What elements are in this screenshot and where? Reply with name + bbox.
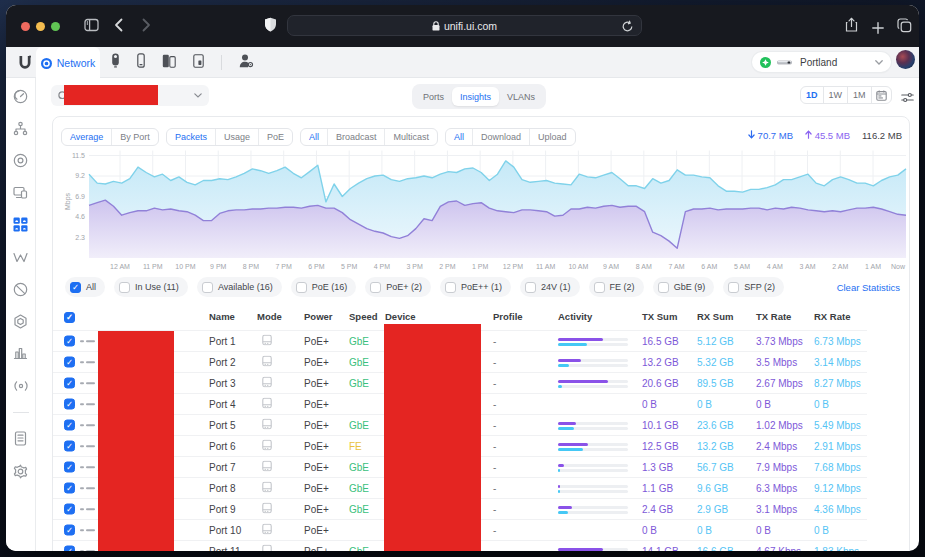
port-filter-available-16-[interactable]: Available (16) <box>197 277 282 297</box>
checkbox[interactable] <box>525 282 536 293</box>
tab-ports[interactable]: Ports <box>415 87 452 106</box>
column-header-tx-rate[interactable]: TX Rate <box>756 311 791 322</box>
port-profile: - <box>493 420 496 431</box>
ubiquiti-logo[interactable] <box>14 52 36 73</box>
connect-app-icon[interactable] <box>193 54 204 72</box>
port-filter-poe-1-[interactable]: PoE++ (1) <box>440 277 511 297</box>
port-filter-gbe-9-[interactable]: GbE (9) <box>653 277 715 297</box>
rx-activity-track <box>558 385 628 388</box>
close-window-button[interactable] <box>21 22 30 31</box>
row-checkbox[interactable]: ✓ <box>64 441 75 452</box>
sidebar-item-system-log[interactable] <box>13 430 29 446</box>
checkbox[interactable] <box>296 282 307 293</box>
column-header-profile[interactable]: Profile <box>493 311 523 322</box>
column-header-speed[interactable]: Speed <box>349 311 378 322</box>
column-header-power[interactable]: Power <box>304 311 333 322</box>
range-1w[interactable]: 1W <box>824 87 848 103</box>
column-header-rx-sum[interactable]: RX Sum <box>697 311 733 322</box>
row-checkbox[interactable]: ✓ <box>64 420 75 431</box>
checkbox[interactable] <box>119 282 130 293</box>
column-header-name[interactable]: Name <box>209 311 235 322</box>
back-button[interactable] <box>114 18 123 36</box>
zoom-window-button[interactable] <box>51 22 60 31</box>
tab-insights[interactable]: Insights <box>452 87 499 106</box>
row-checkbox[interactable]: ✓ <box>64 483 75 494</box>
port-filter-fe-2-[interactable]: FE (2) <box>589 277 644 297</box>
sidebar-item-security[interactable] <box>13 281 29 297</box>
chip-label: SFP (2) <box>744 282 775 292</box>
checkbox[interactable] <box>658 282 669 293</box>
port-speed: GbE <box>349 357 369 368</box>
tab-vlans[interactable]: VLANs <box>499 87 543 106</box>
port-filter-all[interactable]: ✓All <box>65 277 105 297</box>
new-tab-icon[interactable] <box>872 20 884 38</box>
port-profile: - <box>493 378 496 389</box>
range-1m[interactable]: 1M <box>848 87 871 103</box>
privacy-shield-icon[interactable] <box>264 17 277 36</box>
site-selector[interactable]: Portland <box>752 52 891 72</box>
sidebar-item-settings[interactable] <box>13 463 29 479</box>
port-filter-poe-2-[interactable]: PoE+ (2) <box>365 277 431 297</box>
talk-app-icon[interactable] <box>137 53 145 72</box>
access-app-icon[interactable] <box>162 54 176 72</box>
row-checkbox[interactable]: ✓ <box>64 378 75 389</box>
row-checkbox[interactable]: ✓ <box>64 546 75 552</box>
row-checkbox[interactable]: ✓ <box>64 336 75 347</box>
port-name: Port 1 <box>209 336 236 347</box>
x-axis-label: 12 PM <box>496 263 530 270</box>
column-header-device[interactable]: Device <box>385 311 416 322</box>
port-filter-sfp-2-[interactable]: SFP (2) <box>723 277 784 297</box>
minimize-window-button[interactable] <box>36 22 45 31</box>
protect-app-icon[interactable] <box>111 53 120 72</box>
port-filter-poe-16-[interactable]: PoE (16) <box>291 277 357 297</box>
column-header-mode[interactable]: Mode <box>257 311 282 322</box>
x-axis-label: 5 AM <box>725 263 759 270</box>
checkbox[interactable] <box>594 282 605 293</box>
range-1d[interactable]: 1D <box>801 87 823 103</box>
sidebar-item-flows[interactable] <box>13 249 29 265</box>
sidebar-item-dashboard[interactable] <box>13 88 29 104</box>
checkbox[interactable] <box>728 282 739 293</box>
sidebar-item-clients[interactable] <box>13 184 29 200</box>
checkbox[interactable] <box>445 282 456 293</box>
share-icon[interactable] <box>845 17 858 37</box>
select-all-checkbox[interactable]: ✓ <box>64 312 75 323</box>
address-bar[interactable]: unifi.ui.com <box>287 15 642 36</box>
tx-sum: 16.5 GB <box>642 336 679 347</box>
display-options-icon[interactable] <box>901 89 914 107</box>
column-header-rx-rate[interactable]: RX Rate <box>814 311 850 322</box>
port-profile: - <box>493 336 496 347</box>
column-header-tx-sum[interactable]: TX Sum <box>642 311 677 322</box>
clear-statistics-link[interactable]: Clear Statistics <box>837 282 900 293</box>
tx-sum: 1.1 GB <box>642 483 673 494</box>
sidebar-toggle-icon[interactable] <box>84 18 99 36</box>
checkbox[interactable] <box>370 282 381 293</box>
sidebar-item-unifi-devices[interactable] <box>13 152 29 168</box>
sidebar-item-cybersecure[interactable] <box>13 313 29 329</box>
row-checkbox[interactable]: ✓ <box>64 462 75 473</box>
row-checkbox[interactable]: ✓ <box>64 357 75 368</box>
tab-overview-icon[interactable] <box>897 18 912 37</box>
tx-activity-track <box>558 485 628 488</box>
user-avatar[interactable] <box>896 50 915 69</box>
calendar-icon[interactable] <box>872 87 891 103</box>
rx-activity-bar <box>558 385 562 388</box>
port-filter-in-use-11-[interactable]: In Use (11) <box>114 277 188 297</box>
admins-icon[interactable] <box>239 54 254 72</box>
row-checkbox[interactable]: ✓ <box>64 399 75 410</box>
rx-activity-track <box>558 490 628 493</box>
tx-sum: 0 B <box>642 399 657 410</box>
row-checkbox[interactable]: ✓ <box>64 525 75 536</box>
network-app-tab[interactable]: Network <box>36 47 100 79</box>
sidebar-item-radio-manager[interactable] <box>13 378 29 394</box>
checkbox[interactable]: ✓ <box>70 282 81 293</box>
reload-icon[interactable] <box>621 20 634 35</box>
forward-button[interactable] <box>142 18 151 36</box>
row-checkbox[interactable]: ✓ <box>64 504 75 515</box>
port-filter-24v-1-[interactable]: 24V (1) <box>520 277 580 297</box>
sidebar-item-statistics[interactable] <box>13 345 29 361</box>
sidebar-item-topology[interactable] <box>13 120 29 136</box>
sidebar-item-port-manager[interactable] <box>13 216 29 232</box>
checkbox[interactable] <box>202 282 213 293</box>
column-header-activity[interactable]: Activity <box>558 311 592 322</box>
